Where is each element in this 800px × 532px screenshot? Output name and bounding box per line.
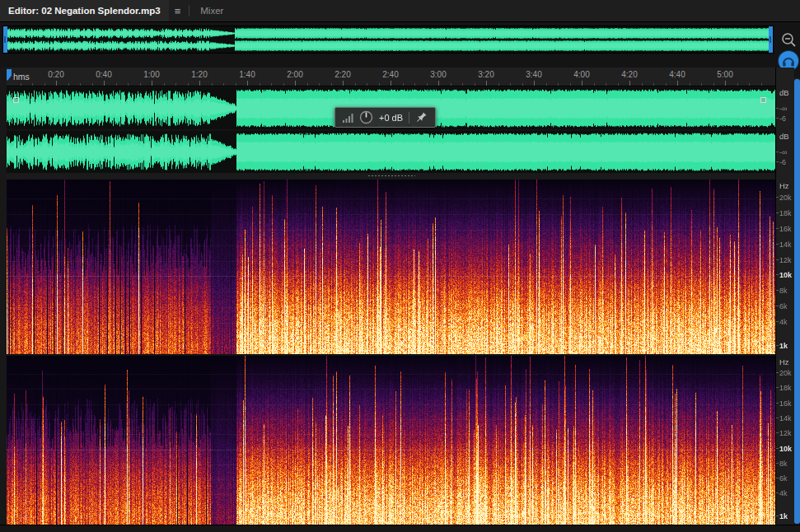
time-label: 1:20 — [191, 70, 207, 79]
hz-value-label: 18k — [776, 384, 794, 392]
hz-value-label: 10k — [776, 445, 794, 453]
hz-value-label: 8k — [776, 287, 794, 295]
ruler-tick — [451, 83, 451, 86]
hz-value-label: 12k — [776, 429, 794, 437]
levels-icon — [343, 113, 353, 123]
overview-waveform[interactable] — [7, 26, 770, 53]
ruler-tick — [713, 83, 714, 86]
ruler-tick — [462, 83, 463, 86]
tab-mixer-label: Mixer — [200, 6, 223, 16]
hz-value-label: 1k — [776, 512, 794, 520]
ruler-tick — [21, 83, 21, 86]
ruler-tick — [510, 83, 511, 86]
tab-mixer[interactable]: Mixer — [192, 0, 232, 21]
panel-splitter[interactable] — [7, 173, 775, 180]
ruler-tick — [104, 81, 105, 86]
vertical-zoom-scrollbar[interactable] — [794, 77, 800, 527]
ruler-tick — [56, 81, 57, 86]
headphones-icon — [782, 55, 795, 68]
ruler-tick — [271, 83, 272, 86]
audition-editor-window: Editor: 02 Negation Splendor.mp3 ≡ Mixer… — [0, 0, 800, 532]
ruler-tick — [534, 81, 535, 86]
overview-navigator[interactable] — [2, 26, 774, 54]
tab-editor[interactable]: Editor: 02 Negation Splendor.mp3 — [0, 0, 169, 21]
ruler-tick — [701, 83, 702, 86]
panel-tab-bar: Editor: 02 Negation Splendor.mp3 ≡ Mixer — [0, 0, 800, 22]
ruler-tick — [212, 83, 213, 86]
time-label: 2:20 — [335, 70, 350, 79]
hz-value-label: 18k — [776, 209, 794, 217]
zoom-out-icon[interactable] — [779, 30, 798, 49]
vertical-ruler-rail[interactable]: dB-∞-6dB-∞-6Hz20k18k16k14k12k10k8k6k4k1k… — [775, 68, 794, 532]
hz-value-label: 12k — [776, 256, 794, 264]
ruler-tick — [582, 81, 582, 86]
ruler-tick — [188, 83, 189, 86]
hz-unit-label: Hz — [776, 182, 794, 190]
hz-value-label: 10k — [776, 271, 794, 279]
hz-value-label: 16k — [776, 225, 794, 233]
gain-value: +0 dB — [379, 113, 403, 123]
bottom-strip — [0, 525, 800, 532]
ruler-tick — [367, 83, 367, 86]
hz-value-label: 4k — [776, 489, 794, 497]
ruler-tick — [295, 81, 296, 86]
db-unit-label: dB — [776, 133, 794, 141]
ruler-tick — [223, 83, 224, 86]
overview-range-handle-right[interactable] — [769, 26, 773, 53]
pin-icon[interactable] — [415, 111, 428, 124]
hz-value-label: 1k — [776, 342, 794, 350]
ruler-tick — [737, 83, 738, 86]
time-label: 3:40 — [526, 70, 541, 79]
hz-value-label: 20k — [776, 369, 794, 377]
time-label: 2:00 — [287, 70, 302, 79]
time-label: 4:00 — [573, 70, 589, 79]
timeline-ruler[interactable]: hms 0:200:401:001:201:402:002:202:403:00… — [0, 68, 775, 86]
ruler-tick — [128, 83, 129, 86]
left-gutter — [0, 68, 7, 525]
time-label: 3:00 — [430, 70, 446, 79]
hz-value-label: 14k — [776, 414, 794, 422]
time-label: 1:40 — [239, 70, 255, 79]
ruler-tick — [68, 83, 69, 86]
ruler-tick — [391, 81, 391, 86]
ruler-tick — [438, 81, 439, 86]
hz-value-label: 4k — [776, 318, 794, 326]
ruler-tick — [666, 83, 667, 86]
db-unit-label: dB — [776, 89, 794, 97]
spectrogram-left-channel[interactable] — [7, 180, 775, 354]
ruler-tick — [486, 81, 487, 86]
ruler-tick — [749, 83, 750, 86]
ruler-tick — [403, 83, 404, 86]
ruler-tick — [164, 83, 165, 86]
ruler-tick — [475, 83, 475, 86]
ruler-tick — [594, 83, 595, 86]
ruler-tick — [319, 83, 320, 86]
fade-out-handle[interactable] — [760, 97, 766, 103]
ruler-tick — [427, 83, 428, 86]
gain-knob[interactable] — [359, 110, 373, 124]
db-value-label: -∞ — [776, 148, 794, 156]
scrollbar-thumb[interactable] — [794, 79, 800, 524]
ruler-tick — [247, 81, 248, 86]
ruler-tick — [32, 83, 33, 86]
splitter-grip[interactable] — [367, 175, 415, 178]
db-value-label: -6 — [776, 114, 794, 123]
ruler-tick — [522, 83, 523, 86]
timeline-unit-label: hms — [13, 72, 30, 82]
hz-value-label: 14k — [776, 240, 794, 249]
ruler-tick — [152, 81, 152, 86]
ruler-tick — [199, 81, 200, 86]
ruler-tick — [92, 83, 93, 86]
time-label: 0:20 — [48, 70, 63, 79]
hz-value-label: 20k — [776, 194, 794, 202]
hud-divider — [409, 112, 409, 124]
fade-in-handle[interactable] — [13, 97, 19, 103]
ruler-tick — [558, 83, 559, 86]
db-value-label: -6 — [776, 158, 794, 166]
waveform-right-channel[interactable] — [7, 131, 775, 173]
ruler-tick — [761, 83, 762, 86]
panel-menu-icon[interactable]: ≡ — [169, 0, 187, 21]
spectrogram-right-channel[interactable] — [7, 356, 775, 525]
hz-value-label: 8k — [776, 460, 794, 468]
time-label: 4:20 — [621, 70, 637, 79]
